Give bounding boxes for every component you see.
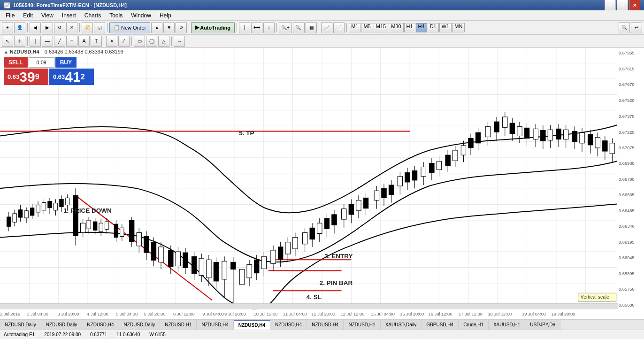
toolbar-profile-button[interactable]: 👤 bbox=[14, 22, 25, 33]
tf-d1[interactable]: D1 bbox=[428, 23, 439, 32]
svg-rect-165 bbox=[461, 146, 466, 155]
triangle-tool[interactable]: △ bbox=[158, 36, 169, 47]
navigator-button[interactable]: 🧭 bbox=[82, 22, 93, 33]
svg-rect-119 bbox=[278, 247, 283, 259]
cursor-tool[interactable]: ↖ bbox=[2, 36, 13, 47]
chart-header: ▲ NZDUSD,H4 0.63426 0.63438 0.63394 0.63… bbox=[4, 49, 123, 54]
svg-text:9 Jul 04:00: 9 Jul 04:00 bbox=[202, 312, 224, 316]
toolbar-extra-button[interactable]: ↩ bbox=[631, 22, 642, 33]
chart-type-button[interactable]: ▦ bbox=[306, 22, 317, 33]
tab-gbpusd-h4[interactable]: GBPUSD,H4 bbox=[422, 320, 459, 330]
svg-rect-151 bbox=[405, 173, 410, 182]
crosshair-tool[interactable]: ✛ bbox=[14, 36, 25, 47]
minimize-button[interactable]: ─ bbox=[605, 0, 616, 11]
tf-m30[interactable]: M30 bbox=[389, 23, 403, 32]
trendline-tool[interactable]: ╱ bbox=[54, 36, 65, 47]
template-button[interactable]: 📄 bbox=[333, 22, 345, 33]
rectangle-tool[interactable]: ▭ bbox=[134, 36, 145, 47]
autotrading-button[interactable]: ▶ AutoTrading bbox=[191, 22, 235, 33]
chart-svg-wrapper[interactable]: 1. PRICE DOWN 2. PIN BAR 3. ENTRY 4. SL … bbox=[0, 48, 644, 319]
zoom-in-button[interactable]: 🔍+ bbox=[279, 22, 292, 33]
forward-button[interactable]: ▶ bbox=[42, 22, 53, 33]
tab-xauusd-h1[interactable]: XAUUSD,H1 bbox=[489, 320, 525, 330]
svg-rect-139 bbox=[356, 200, 361, 210]
svg-rect-65 bbox=[73, 195, 78, 236]
refresh-button[interactable]: ↺ bbox=[54, 22, 65, 33]
sell-button[interactable]: SELL bbox=[4, 57, 28, 68]
menu-charts[interactable]: Charts bbox=[81, 11, 105, 20]
restore-button[interactable]: □ bbox=[617, 0, 628, 11]
tab-nzdusd-daily-2[interactable]: NZDUSD,Daily bbox=[41, 320, 83, 330]
fib-tool[interactable]: ⁕ bbox=[106, 36, 117, 47]
buy-button[interactable]: BUY bbox=[55, 57, 77, 68]
tab-crude-h1[interactable]: Crude,H1 bbox=[459, 320, 489, 330]
menu-edit[interactable]: Edit bbox=[19, 11, 37, 20]
search-button[interactable]: 🔍 bbox=[619, 22, 630, 33]
svg-text:3 Jul 20:00: 3 Jul 20:00 bbox=[58, 312, 79, 316]
menu-file[interactable]: File bbox=[2, 11, 18, 20]
indicators-button[interactable]: 📈 bbox=[321, 22, 332, 33]
tab-nzdusd-h4-3[interactable]: NZDUSD,H4 bbox=[270, 320, 307, 330]
buy-price-box[interactable]: 0.63 41 2 bbox=[49, 69, 94, 85]
svg-rect-107 bbox=[231, 262, 236, 269]
tab-nzdusd-h1-2[interactable]: NZDUSD,H1 bbox=[344, 320, 380, 330]
svg-rect-73 bbox=[99, 223, 103, 231]
menu-help[interactable]: Help bbox=[156, 11, 175, 20]
stop-button[interactable]: ✕ bbox=[66, 22, 77, 33]
title-bar: 📈 1056540: ForexTimeFXTM-ECN - [NZDUSD,H… bbox=[0, 0, 644, 10]
text-tool[interactable]: A bbox=[78, 36, 90, 47]
toolbar-buy-button[interactable]: ▲ bbox=[151, 22, 162, 33]
tf-mn[interactable]: MN bbox=[452, 23, 465, 32]
tab-nzdusd-h4-2[interactable]: NZDUSD,H4 bbox=[197, 320, 233, 330]
toolbar-refresh2-button[interactable]: ↺ bbox=[176, 22, 187, 33]
back-button[interactable]: ◀ bbox=[30, 22, 41, 33]
horizontal-scrollbar[interactable] bbox=[0, 303, 618, 309]
menu-insert[interactable]: Insert bbox=[58, 11, 80, 20]
channel-tool[interactable]: ≡ bbox=[66, 36, 77, 47]
tf-m15[interactable]: M15 bbox=[374, 23, 388, 32]
text-label-tool[interactable]: T bbox=[91, 36, 102, 47]
draw-sep-3 bbox=[131, 37, 132, 46]
svg-rect-183 bbox=[533, 129, 538, 139]
svg-rect-89 bbox=[159, 247, 163, 262]
svg-text:15 Jul 04:00: 15 Jul 04:00 bbox=[371, 312, 395, 316]
tab-nzdusd-daily-1[interactable]: NZDUSD,Daily bbox=[0, 320, 41, 330]
status-price3: W 6155 bbox=[149, 332, 165, 337]
tab-nzdusd-h1-1[interactable]: NZDUSD,H1 bbox=[160, 320, 197, 330]
tf-m5[interactable]: M5 bbox=[361, 23, 373, 32]
ellipse-tool[interactable]: ◯ bbox=[146, 36, 157, 47]
tf-w1[interactable]: W1 bbox=[439, 23, 452, 32]
tab-xauusd-daily[interactable]: XAUUSD,Daily bbox=[381, 320, 422, 330]
svg-rect-91 bbox=[169, 250, 173, 267]
tf-h4[interactable]: H4 bbox=[416, 23, 427, 32]
toolbar-sell-button[interactable]: ▼ bbox=[163, 22, 175, 33]
tab-nzdusd-h4-active[interactable]: NZDUSD,H4 bbox=[234, 320, 270, 330]
tf-h1[interactable]: H1 bbox=[404, 23, 415, 32]
close-button[interactable]: ✕ bbox=[629, 0, 640, 11]
tab-nzdusd-daily-3[interactable]: NZDUSD,Daily bbox=[119, 320, 161, 330]
market-watch-button[interactable]: 📊 bbox=[94, 22, 105, 33]
arrow-tool[interactable]: → bbox=[174, 36, 185, 47]
tab-usdjpy[interactable]: USDJPY,De bbox=[525, 320, 560, 330]
menu-view[interactable]: View bbox=[38, 11, 57, 20]
lot-input[interactable]: 0.09 bbox=[29, 57, 54, 68]
new-chart-button[interactable]: + bbox=[2, 22, 13, 33]
timeframe-buttons: M1 M5 M15 M30 H1 H4 D1 W1 MN bbox=[349, 23, 465, 32]
tf-m1[interactable]: M1 bbox=[349, 23, 360, 32]
svg-text:0.66635: 0.66635 bbox=[619, 193, 635, 197]
sell-price-box[interactable]: 0.63 39 9 bbox=[4, 69, 48, 85]
gann-tool[interactable]: ∕ bbox=[118, 36, 130, 47]
zoom-out-button[interactable]: 🔍- bbox=[293, 22, 305, 33]
vertical-line-tool[interactable]: | bbox=[30, 36, 41, 47]
autoscroll-button[interactable]: ↕ bbox=[263, 22, 275, 33]
new-order-button[interactable]: 📋 New Order bbox=[109, 22, 150, 33]
menu-tools[interactable]: Tools bbox=[106, 11, 126, 20]
tab-nzdusd-h4-4[interactable]: NZDUSD,H4 bbox=[307, 320, 344, 330]
horizontal-line-tool[interactable]: — bbox=[42, 36, 53, 47]
tab-nzdusd-h4-1[interactable]: NZDUSD,H4 bbox=[82, 320, 119, 330]
menu-window[interactable]: Window bbox=[127, 11, 155, 20]
chart-shift-button[interactable]: ⟷ bbox=[251, 22, 262, 33]
svg-rect-147 bbox=[389, 185, 393, 194]
svg-text:4 Jul 12:00: 4 Jul 12:00 bbox=[87, 312, 108, 316]
period-separator-button[interactable]: | bbox=[239, 22, 250, 33]
